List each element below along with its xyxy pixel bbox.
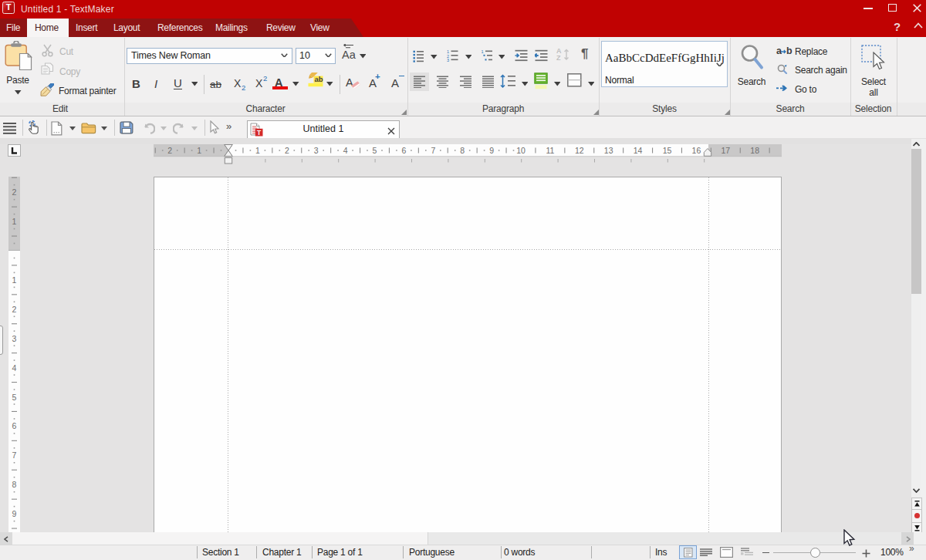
svg-text:2: 2	[12, 305, 17, 314]
svg-text:16: 16	[692, 146, 701, 155]
svg-text:1: 1	[12, 217, 17, 226]
svg-text:1: 1	[255, 146, 260, 155]
svg-text:8: 8	[460, 146, 465, 155]
svg-text:17: 17	[721, 146, 730, 155]
svg-text:1: 1	[482, 49, 484, 54]
svg-text:12: 12	[575, 146, 584, 155]
svg-text:6: 6	[12, 421, 17, 430]
svg-text:3: 3	[12, 334, 17, 343]
svg-text:10: 10	[516, 146, 526, 155]
svg-text:13: 13	[604, 146, 613, 155]
svg-text:7: 7	[431, 146, 435, 155]
svg-text:14: 14	[634, 146, 643, 155]
svg-text:4: 4	[12, 363, 17, 373]
svg-text:3: 3	[314, 146, 319, 155]
svg-text:7: 7	[12, 450, 17, 460]
svg-text:5: 5	[12, 393, 17, 402]
svg-text:2: 2	[285, 146, 289, 155]
svg-text:3: 3	[447, 58, 449, 62]
svg-text:9: 9	[12, 509, 17, 518]
svg-text:8: 8	[12, 480, 17, 489]
svg-text:2: 2	[12, 187, 17, 197]
svg-text:15: 15	[663, 146, 672, 155]
svg-text:4: 4	[343, 146, 348, 155]
svg-text:5: 5	[373, 146, 377, 155]
svg-text:ab: ab	[315, 75, 323, 83]
svg-text:1: 1	[197, 146, 201, 155]
svg-text:T: T	[257, 129, 262, 137]
svg-text:6: 6	[401, 146, 406, 155]
svg-text:1: 1	[12, 275, 17, 285]
svg-text:18: 18	[750, 146, 759, 155]
svg-text:11: 11	[546, 146, 554, 155]
svg-text:2: 2	[167, 146, 172, 155]
svg-text:9: 9	[489, 146, 494, 155]
